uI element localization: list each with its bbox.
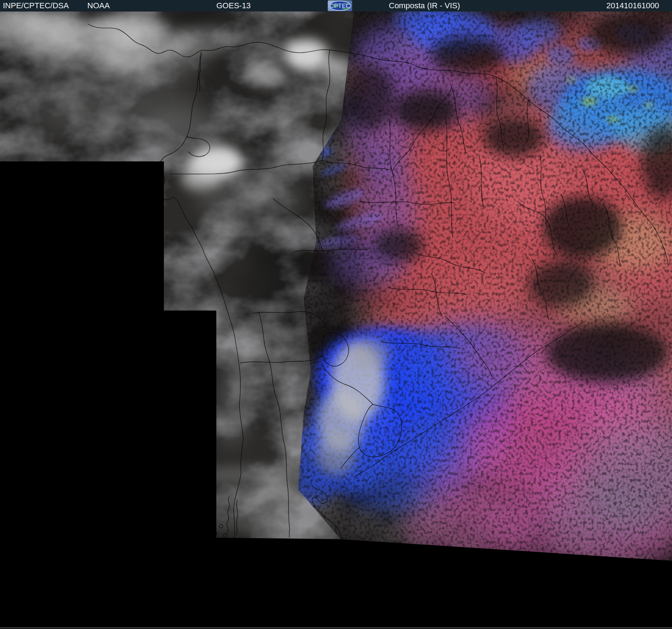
- satellite-viewer: INPE/CPTEC/DSA NOAA GOES-13 CPTEC Compos…: [0, 0, 672, 629]
- product-label: Composta (IR - VIS): [389, 0, 460, 12]
- satellite-label: GOES-13: [216, 0, 250, 12]
- satellite-image: [0, 12, 672, 629]
- header-bar: INPE/CPTEC/DSA NOAA GOES-13 CPTEC Compos…: [0, 0, 672, 12]
- satellite-composite-canvas: [0, 12, 672, 629]
- noaa-label: NOAA: [87, 0, 110, 12]
- cptec-logo: CPTEC: [328, 0, 352, 11]
- cptec-logo-text: CPTEC: [330, 3, 350, 9]
- agency-label: INPE/CPTEC/DSA: [3, 0, 69, 12]
- bottom-frame-line: [0, 628, 672, 628]
- cptec-logo-globe-icon: CPTEC: [328, 0, 352, 11]
- timestamp-label: 201410161000: [606, 0, 659, 12]
